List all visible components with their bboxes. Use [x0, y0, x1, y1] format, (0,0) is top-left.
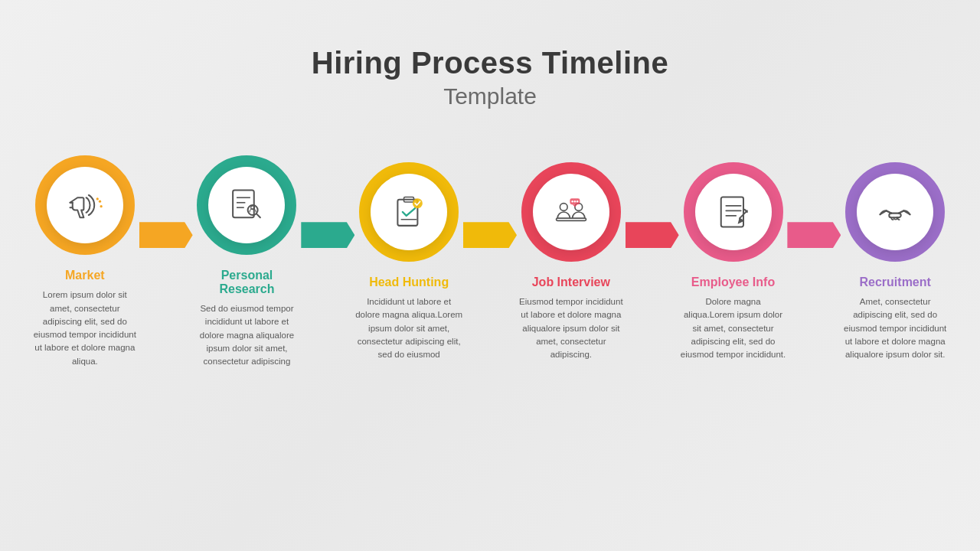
svg-point-3	[100, 205, 102, 207]
step4-circle-inner	[533, 174, 609, 250]
step6-circle-inner	[857, 174, 933, 250]
step4-label: Job Interview	[532, 276, 610, 289]
employee-doc-icon	[714, 192, 753, 232]
step4-circle-outer	[521, 162, 621, 262]
svg-point-2	[99, 201, 101, 203]
step-personal-research: Personal Research Sed do eiusmod tempor …	[193, 155, 302, 368]
step1-circle-outer	[35, 155, 135, 255]
step3-label: Head Hunting	[369, 276, 449, 289]
svg-line-11	[256, 214, 260, 217]
svg-point-17	[560, 204, 567, 211]
step5-label: Employee Info	[691, 276, 775, 289]
clipboard-check-icon	[389, 192, 429, 232]
step-job-interview: Job Interview Eiusmod tempor incididunt …	[517, 162, 626, 361]
step1-desc: Lorem ipsum dolor sit amet, consectetur …	[31, 289, 139, 368]
svg-point-23	[577, 201, 578, 202]
handshake-icon	[875, 192, 915, 232]
svg-point-22	[573, 201, 575, 202]
step2-desc: Sed do eiusmod tempor incididunt ut labo…	[193, 302, 302, 368]
step6-circle-outer	[845, 162, 945, 262]
step6-label: Recruitment	[860, 276, 931, 289]
svg-marker-20	[572, 204, 577, 207]
svg-point-21	[571, 201, 573, 202]
svg-point-15	[413, 198, 423, 208]
arrow-2	[301, 221, 354, 249]
svg-rect-16	[556, 218, 586, 220]
arrow-3	[463, 221, 517, 249]
arrow3-shape	[463, 222, 517, 248]
step2-circle-inner	[208, 167, 285, 243]
step4-desc: Eiusmod tempor incididunt ut labore et d…	[517, 295, 626, 361]
page-header: Hiring Process Timeline Template	[312, 46, 668, 109]
arrow4-shape	[626, 222, 679, 248]
page-title: Hiring Process Timeline	[312, 46, 668, 80]
step-market: Market Lorem ipsum dolor sit amet, conse…	[31, 155, 139, 368]
timeline: Market Lorem ipsum dolor sit amet, conse…	[31, 155, 949, 368]
step-head-hunting: Head Hunting Incididunt ut labore et dol…	[354, 162, 463, 361]
svg-line-30	[744, 210, 746, 212]
page-subtitle: Template	[312, 83, 668, 109]
step2-circle-outer	[197, 155, 296, 255]
step5-circle-outer	[684, 162, 783, 262]
step5-circle-inner	[695, 174, 772, 250]
svg-line-33	[887, 210, 892, 213]
interview-icon	[551, 192, 591, 232]
arrow1-shape	[139, 222, 193, 248]
arrow2-shape	[301, 222, 354, 248]
arrow-1	[139, 221, 193, 249]
arrow-4	[626, 221, 679, 249]
arrow-5	[787, 221, 841, 249]
step3-circle-outer	[359, 162, 459, 262]
svg-rect-5	[234, 191, 255, 218]
step3-circle-inner	[371, 174, 447, 250]
step-employee-info: Employee Info Dolore magna aliqua.Lorem …	[679, 162, 788, 361]
step6-desc: Amet, consectetur adipiscing elit, sed d…	[841, 295, 949, 361]
svg-line-34	[899, 210, 904, 213]
step1-circle-inner	[47, 167, 123, 243]
svg-point-4	[96, 198, 98, 201]
step-recruitment: Recruitment Amet, consectetur adipiscing…	[841, 162, 949, 361]
arrow5-shape	[787, 222, 841, 248]
research-icon	[227, 185, 266, 225]
step2-label: Personal Research	[193, 269, 302, 296]
step5-desc: Dolore magna aliqua.Lorem ipsum dolor si…	[679, 295, 788, 361]
step1-label: Market	[65, 269, 105, 282]
megaphone-icon	[65, 185, 105, 225]
step3-desc: Incididunt ut labore et dolore magna ali…	[354, 295, 463, 361]
